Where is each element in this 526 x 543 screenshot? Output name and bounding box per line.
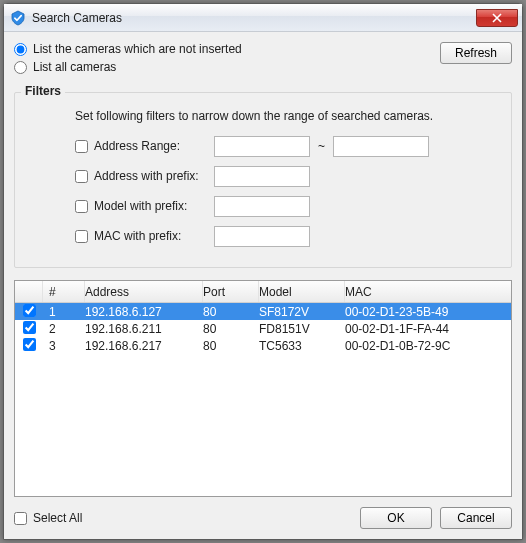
header-mac[interactable]: MAC bbox=[345, 281, 511, 302]
header-checkbox-col bbox=[15, 281, 43, 302]
titlebar: Search Cameras bbox=[4, 4, 522, 32]
grid-body: 1192.168.6.12780SF8172V00-02-D1-23-5B-49… bbox=[15, 303, 511, 496]
address-prefix-checkbox[interactable] bbox=[75, 170, 88, 183]
mac-prefix-input[interactable] bbox=[214, 226, 310, 247]
header-address[interactable]: Address bbox=[85, 281, 203, 302]
row-address: 192.168.6.217 bbox=[85, 339, 203, 353]
row-port: 80 bbox=[203, 322, 259, 336]
radio-all-input[interactable] bbox=[14, 61, 27, 74]
table-row[interactable]: 3192.168.6.21780TC563300-02-D1-0B-72-9C bbox=[15, 337, 511, 354]
row-address: 192.168.6.127 bbox=[85, 305, 203, 319]
row-checkbox[interactable] bbox=[23, 338, 36, 351]
select-all-checkbox[interactable] bbox=[14, 512, 27, 525]
row-index: 3 bbox=[43, 339, 85, 353]
range-separator: ~ bbox=[318, 139, 325, 153]
radio-not-inserted[interactable]: List the cameras which are not inserted bbox=[14, 42, 440, 56]
row-mac: 00-02-D1-23-5B-49 bbox=[345, 305, 511, 319]
row-model: SF8172V bbox=[259, 305, 345, 319]
address-range-to-input[interactable] bbox=[333, 136, 429, 157]
table-row[interactable]: 1192.168.6.12780SF8172V00-02-D1-23-5B-49 bbox=[15, 303, 511, 320]
row-checkbox-cell bbox=[15, 321, 43, 337]
close-icon bbox=[492, 13, 502, 23]
address-range-checkbox[interactable] bbox=[75, 140, 88, 153]
address-range-from-input[interactable] bbox=[214, 136, 310, 157]
radio-all-label: List all cameras bbox=[33, 60, 116, 74]
cancel-button[interactable]: Cancel bbox=[440, 507, 512, 529]
header-model[interactable]: Model bbox=[259, 281, 345, 302]
filter-mac-prefix: MAC with prefix: bbox=[75, 223, 499, 249]
address-range-label: Address Range: bbox=[94, 139, 214, 153]
camera-grid: # Address Port Model MAC 1192.168.6.1278… bbox=[14, 280, 512, 497]
row-checkbox[interactable] bbox=[23, 304, 36, 317]
row-address: 192.168.6.211 bbox=[85, 322, 203, 336]
dialog-window: Search Cameras List the cameras which ar… bbox=[3, 3, 523, 540]
row-checkbox-cell bbox=[15, 338, 43, 354]
table-row[interactable]: 2192.168.6.21180FD8151V00-02-D1-1F-FA-44 bbox=[15, 320, 511, 337]
row-checkbox-cell bbox=[15, 304, 43, 320]
model-prefix-label: Model with prefix: bbox=[94, 199, 214, 213]
top-row: List the cameras which are not inserted … bbox=[14, 42, 512, 78]
dialog-content: List the cameras which are not inserted … bbox=[4, 32, 522, 539]
header-port[interactable]: Port bbox=[203, 281, 259, 302]
ok-button[interactable]: OK bbox=[360, 507, 432, 529]
select-all-label: Select All bbox=[33, 511, 82, 525]
address-prefix-label: Address with prefix: bbox=[94, 169, 214, 183]
app-icon bbox=[10, 10, 26, 26]
model-prefix-input[interactable] bbox=[214, 196, 310, 217]
window-title: Search Cameras bbox=[32, 11, 476, 25]
close-button[interactable] bbox=[476, 9, 518, 27]
filters-group: Filters Set following filters to narrow … bbox=[14, 92, 512, 268]
row-port: 80 bbox=[203, 305, 259, 319]
list-mode-group: List the cameras which are not inserted … bbox=[14, 42, 440, 78]
radio-all[interactable]: List all cameras bbox=[14, 60, 440, 74]
filters-description: Set following filters to narrow down the… bbox=[75, 109, 499, 123]
radio-not-inserted-label: List the cameras which are not inserted bbox=[33, 42, 242, 56]
grid-header: # Address Port Model MAC bbox=[15, 281, 511, 303]
dialog-footer: Select All OK Cancel bbox=[14, 505, 512, 531]
filter-address-prefix: Address with prefix: bbox=[75, 163, 499, 189]
row-model: TC5633 bbox=[259, 339, 345, 353]
radio-not-inserted-input[interactable] bbox=[14, 43, 27, 56]
model-prefix-checkbox[interactable] bbox=[75, 200, 88, 213]
row-index: 2 bbox=[43, 322, 85, 336]
refresh-button[interactable]: Refresh bbox=[440, 42, 512, 64]
address-prefix-input[interactable] bbox=[214, 166, 310, 187]
row-port: 80 bbox=[203, 339, 259, 353]
mac-prefix-checkbox[interactable] bbox=[75, 230, 88, 243]
row-model: FD8151V bbox=[259, 322, 345, 336]
mac-prefix-label: MAC with prefix: bbox=[94, 229, 214, 243]
row-mac: 00-02-D1-0B-72-9C bbox=[345, 339, 511, 353]
select-all[interactable]: Select All bbox=[14, 511, 82, 525]
filter-address-range: Address Range: ~ bbox=[75, 133, 499, 159]
header-index[interactable]: # bbox=[43, 281, 85, 302]
filter-model-prefix: Model with prefix: bbox=[75, 193, 499, 219]
filters-title: Filters bbox=[21, 84, 65, 98]
row-mac: 00-02-D1-1F-FA-44 bbox=[345, 322, 511, 336]
row-index: 1 bbox=[43, 305, 85, 319]
row-checkbox[interactable] bbox=[23, 321, 36, 334]
